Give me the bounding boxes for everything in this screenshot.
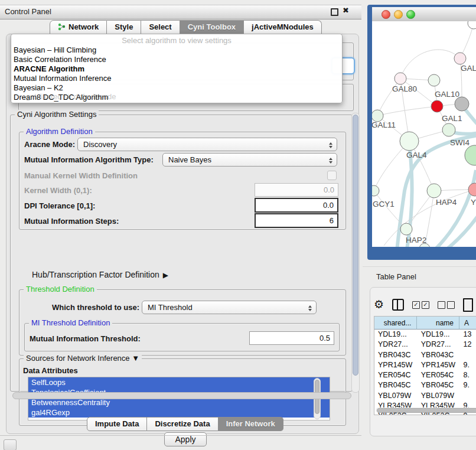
node-label: GAL1 bbox=[442, 114, 462, 123]
table-row[interactable]: YER054CYER054C8. bbox=[374, 370, 476, 380]
dpi-tolerance-field[interactable]: 0.0 bbox=[255, 198, 338, 213]
table-cell: 8. bbox=[460, 370, 476, 380]
settings-horizontal-scrollbar[interactable] bbox=[12, 392, 351, 399]
deselect-all-columns-icon[interactable] bbox=[438, 301, 455, 309]
attribute-item[interactable]: gal4RGexp bbox=[28, 407, 330, 418]
table-panel-title: Table Panel bbox=[376, 272, 416, 281]
algorithm-option[interactable]: Dream8 DC_TDC Algorithm bbox=[14, 93, 340, 102]
algorithm-option[interactable]: Mutual Information Inference bbox=[14, 74, 340, 83]
network-node-hap2[interactable] bbox=[400, 223, 412, 235]
aracne-mode-label: Aracne Mode: bbox=[24, 140, 75, 149]
algorithm-option[interactable]: ARACNE Algorithm bbox=[14, 64, 340, 74]
network-node-gal1[interactable] bbox=[442, 123, 455, 136]
top-tab-bar: NetworkStyleSelectCyni ToolboxjActiveMNo… bbox=[50, 20, 322, 34]
gear-icon[interactable]: ⚙ bbox=[374, 299, 384, 311]
sources-title: Sources for Network Inference ▼ bbox=[24, 354, 142, 363]
network-canvas-container[interactable]: GALGAL80GAL10GAL11GAL1GAL4SWI4HAP4YGCY1H… bbox=[372, 21, 476, 247]
control-panel-titlebar bbox=[0, 5, 361, 19]
network-view-window[interactable]: GALGAL80GAL10GAL11GAL1GAL4SWI4HAP4YGCY1H… bbox=[367, 5, 476, 260]
table-cell bbox=[460, 350, 476, 360]
table-row[interactable]: YPR145WYPR145W9. bbox=[374, 360, 476, 370]
tab-impute-data[interactable]: Impute Data bbox=[87, 417, 147, 431]
table-row[interactable]: YDL19...YDL19...13 bbox=[374, 330, 476, 340]
zoom-traffic-icon[interactable] bbox=[406, 10, 415, 19]
collapsed-panel-button[interactable] bbox=[4, 439, 17, 450]
float-window-icon[interactable] bbox=[331, 8, 338, 16]
network-node[interactable] bbox=[455, 97, 469, 111]
table-cell: YBL079W bbox=[374, 391, 418, 401]
column-header[interactable]: name bbox=[417, 317, 459, 330]
table-cell: YBR045C bbox=[418, 380, 460, 390]
node-label: GAL4 bbox=[406, 151, 427, 159]
algorithm-option[interactable]: Bayesian – Hill Climbing bbox=[14, 45, 340, 55]
which-threshold-value: MI Threshold bbox=[148, 303, 193, 312]
close-traffic-icon[interactable] bbox=[382, 10, 390, 19]
manual-kernel-checkbox[interactable] bbox=[327, 171, 337, 180]
chevron-down-icon[interactable]: ▼ bbox=[132, 354, 139, 363]
hub-definition-toggle[interactable]: Hub/Transcription Factor Definition▶ bbox=[32, 270, 168, 279]
tab-network[interactable]: Network bbox=[50, 20, 107, 34]
network-node-gcy1[interactable] bbox=[372, 185, 379, 196]
tab-style[interactable]: Style bbox=[107, 20, 141, 34]
spinner-arrows-icon bbox=[327, 156, 334, 165]
export-table-icon[interactable] bbox=[463, 298, 473, 312]
node-label: GAL bbox=[461, 64, 476, 73]
minimize-traffic-icon[interactable] bbox=[394, 10, 403, 19]
manual-kernel-label: Manual Kernel Width Definition bbox=[24, 171, 138, 180]
algorithm-popup-placeholder: Select algorithm to view settings bbox=[11, 36, 342, 45]
network-node-gal80[interactable] bbox=[395, 73, 406, 84]
mi-threshold-field[interactable]: 0.5 bbox=[249, 331, 334, 345]
tab-cyni-toolbox[interactable]: Cyni Toolbox bbox=[180, 20, 244, 34]
table-horizontal-scrollbar[interactable] bbox=[376, 407, 476, 413]
network-node-gal4[interactable] bbox=[400, 132, 419, 151]
mi-steps-field[interactable]: 6 bbox=[255, 213, 338, 228]
kernel-width-label: Kernel Width (0,1): bbox=[24, 186, 92, 195]
table-row[interactable]: YDR27...YDR27...12 bbox=[374, 340, 476, 350]
table-cell: 9. bbox=[460, 360, 476, 370]
network-node-gal11[interactable] bbox=[372, 110, 383, 122]
network-node-swi4[interactable] bbox=[465, 145, 476, 165]
node-label: GCY1 bbox=[373, 200, 395, 208]
table-row[interactable]: YBL079WYBL079W bbox=[374, 391, 476, 401]
table-cell: YPR145W bbox=[418, 360, 460, 370]
column-header[interactable]: shared... bbox=[374, 317, 417, 330]
mi-type-select[interactable]: Naive Bayes bbox=[162, 153, 337, 167]
threshold-definition-group: Threshold Definition Which threshold to … bbox=[19, 289, 346, 356]
algorithm-option[interactable]: Bayesian – K2 bbox=[14, 83, 340, 93]
table-cell: 12 bbox=[460, 340, 476, 350]
table-cell: YDR27... bbox=[418, 340, 460, 350]
network-node[interactable] bbox=[431, 100, 443, 112]
tab-discretize-data[interactable]: Discretize Data bbox=[147, 417, 218, 431]
tab-select[interactable]: Select bbox=[141, 20, 180, 34]
node-label: Y bbox=[471, 198, 476, 207]
mi-threshold-label: Mutual Information Threshold: bbox=[30, 334, 141, 343]
column-header[interactable]: A bbox=[459, 317, 476, 330]
kernel-width-field: 0.0 bbox=[255, 183, 338, 197]
table-row[interactable]: YBR043CYBR043C bbox=[374, 350, 476, 360]
attribute-item[interactable]: SelfLoops bbox=[28, 377, 330, 387]
select-all-columns-icon[interactable]: ✓✓ bbox=[412, 301, 429, 309]
table-cell: YDL19... bbox=[418, 330, 460, 340]
mi-threshold-group: MI Threshold Definition Mutual Informati… bbox=[24, 323, 340, 351]
table-cell: 13 bbox=[460, 330, 476, 340]
aracne-mode-select[interactable]: Discovery bbox=[77, 138, 337, 151]
tab-jactivemnodules[interactable]: jActiveMNodules bbox=[244, 20, 322, 34]
network-node-gal10[interactable] bbox=[428, 74, 440, 86]
table-toolbar: ⚙ ✓✓ bbox=[374, 297, 473, 312]
table-cell bbox=[460, 391, 476, 401]
which-threshold-select[interactable]: MI Threshold bbox=[142, 301, 317, 314]
mi-type-value: Naive Bayes bbox=[168, 155, 211, 164]
mi-steps-label: Mutual Information Steps: bbox=[24, 217, 119, 226]
network-node[interactable] bbox=[468, 21, 476, 29]
algorithm-option[interactable]: Basic Correlation Inference bbox=[14, 55, 340, 64]
data-attributes-label: Data Attributes bbox=[23, 366, 78, 375]
columns-icon[interactable] bbox=[392, 299, 404, 311]
network-node-hap4[interactable] bbox=[427, 184, 441, 198]
table-row[interactable]: YBR045CYBR045C9. bbox=[374, 380, 476, 390]
table-cell: YDR27... bbox=[374, 340, 418, 350]
settings-vertical-scrollbar[interactable] bbox=[351, 113, 360, 393]
tab-infer-network[interactable]: Infer Network bbox=[219, 417, 283, 431]
network-node-gal[interactable] bbox=[454, 53, 466, 64]
apply-button[interactable]: Apply bbox=[164, 432, 207, 446]
close-icon[interactable]: ✖ bbox=[343, 6, 349, 15]
